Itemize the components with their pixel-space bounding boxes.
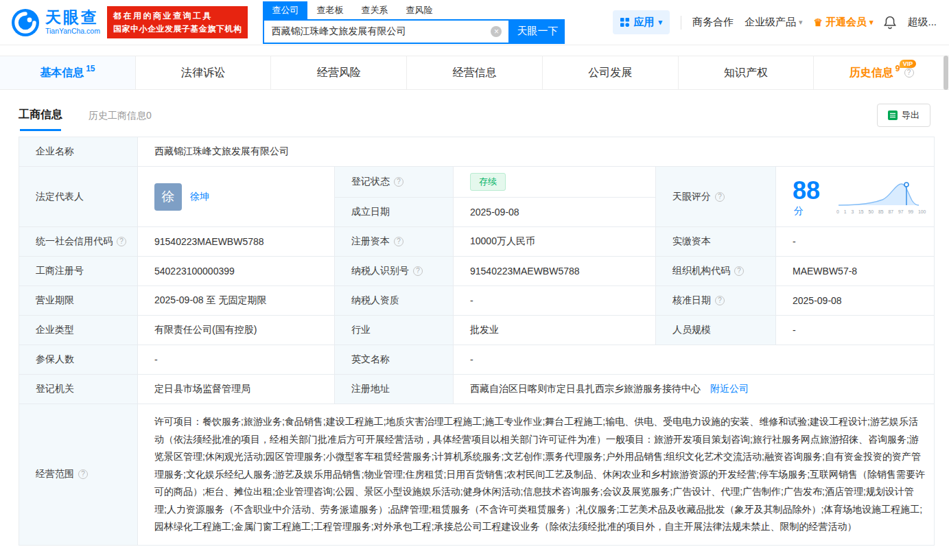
clear-search-icon[interactable]: × xyxy=(491,26,502,37)
value-registered-address: 西藏自治区日喀则市定日县扎西宗乡旅游服务接待中心 附近公司 xyxy=(454,375,935,404)
help-icon[interactable]: ? xyxy=(117,237,126,246)
score-number: 88分 xyxy=(793,176,828,218)
label-approval-date: 核准日期? xyxy=(656,286,776,316)
label-staff-size: 人员规模 xyxy=(656,316,776,345)
label-registration-authority: 登记机关 xyxy=(19,375,138,404)
tab-operating-risk[interactable]: 经营风险 xyxy=(271,56,407,89)
help-icon[interactable]: ? xyxy=(413,266,423,276)
value-industry: 批发业 xyxy=(454,316,656,345)
nav-super-member[interactable]: 超级... xyxy=(907,16,937,29)
avatar[interactable]: 徐 xyxy=(154,183,182,211)
search-tab-company[interactable]: 查公司 xyxy=(263,1,307,19)
nav-enterprise-products[interactable]: 企业级产品 ▾ xyxy=(745,16,803,29)
label-company-type: 企业类型 xyxy=(19,316,138,345)
brand-slogan: 都在用的商业查询工具 国家中小企业发展子基金旗下机构 xyxy=(107,6,248,38)
divider xyxy=(681,16,681,30)
business-info-table: 企业名称 西藏锦江珠峰文旅发展有限公司 法定代表人 徐 徐坤 登记状态? 存续 … xyxy=(19,137,935,546)
value-company-type: 有限责任公司(国有控股) xyxy=(138,316,335,345)
help-icon[interactable]: ? xyxy=(715,296,725,305)
tab-basic-info[interactable]: 基本信息 15 xyxy=(0,56,136,89)
table-row: 企业名称 西藏锦江珠峰文旅发展有限公司 xyxy=(19,137,935,167)
apps-menu-button[interactable]: 应用 ▾ xyxy=(613,10,670,34)
subtab-business-registration[interactable]: 工商信息 xyxy=(19,108,62,131)
value-business-term: 2025-09-08 至 无固定期限 xyxy=(138,286,335,316)
help-icon[interactable]: ? xyxy=(734,266,744,276)
search-area: 查公司 查老板 查关系 查风险 × 天眼一下 xyxy=(263,1,565,44)
table-row: 统一社会信用代码? 91540223MAEWBW5788 注册资本? 10000… xyxy=(19,227,935,257)
nav-business-cooperation[interactable]: 商务合作 xyxy=(692,16,734,29)
label-business-term: 营业期限 xyxy=(19,286,138,316)
help-icon[interactable]: ? xyxy=(78,469,88,479)
value-establish-date: 2025-09-08 xyxy=(454,198,656,227)
logo-eye-icon xyxy=(11,8,40,37)
label-paid-capital: 实缴资本 xyxy=(656,227,776,257)
value-taxpayer-quality: - xyxy=(454,286,656,316)
table-row: 参保人数 - 英文名称 - xyxy=(19,345,935,375)
help-icon[interactable]: ? xyxy=(394,237,403,246)
value-registered-capital: 10000万人民币 xyxy=(454,227,656,257)
top-header: 天眼查 TianYanCha.com 都在用的商业查询工具 国家中小企业发展子基… xyxy=(0,0,949,45)
tab-count: 15 xyxy=(86,64,95,73)
label-company-name: 企业名称 xyxy=(19,137,138,167)
help-icon[interactable]: ? xyxy=(904,68,914,78)
value-approval-date: 2025-09-08 xyxy=(776,286,935,316)
score-axis-ticks: 013155085879799100 xyxy=(836,209,926,214)
scrollbar-thumb[interactable] xyxy=(944,56,948,90)
notification-bell-icon[interactable] xyxy=(884,16,896,30)
label-insured-count: 参保人数 xyxy=(19,345,138,375)
search-tab-boss[interactable]: 查老板 xyxy=(307,1,352,19)
tab-intellectual-property[interactable]: 知识产权 xyxy=(679,56,815,89)
excel-export-icon xyxy=(888,110,898,120)
table-row: 营业期限 2025-09-08 至 无固定期限 纳税人资质 - 核准日期? 20… xyxy=(19,286,935,316)
search-button[interactable]: 天眼一下 xyxy=(510,19,565,44)
chevron-down-icon: ▾ xyxy=(869,18,874,27)
subtab-history-registration[interactable]: 历史工商信息0 xyxy=(89,110,152,131)
label-business-scope: 经营范围? xyxy=(19,404,138,546)
tab-count: 9 xyxy=(895,64,900,73)
label-tianyan-score: 天眼评分? xyxy=(656,167,776,227)
label-taxpayer-quality: 纳税人资质 xyxy=(335,286,454,316)
brand-name: 天眼查 xyxy=(45,9,100,26)
tianyancha-logo[interactable]: 天眼查 TianYanCha.com xyxy=(11,8,100,37)
label-english-name: 英文名称 xyxy=(335,345,454,375)
value-org-code: MAEWBW57-8 xyxy=(776,257,935,286)
label-taxpayer-id: 纳税人识别号? xyxy=(335,257,454,286)
value-paid-capital: - xyxy=(776,227,935,257)
label-org-code: 组织机构代码? xyxy=(656,257,776,286)
search-type-tabs: 查公司 查老板 查关系 查风险 xyxy=(263,1,565,19)
table-row: 法定代表人 徐 徐坤 登记状态? 存续 天眼评分? 88分 xyxy=(19,167,935,198)
value-english-name: - xyxy=(454,345,935,375)
label-registered-capital: 注册资本? xyxy=(335,227,454,257)
value-company-name: 西藏锦江珠峰文旅发展有限公司 xyxy=(138,137,935,167)
table-row: 经营范围? 许可项目：餐饮服务;旅游业务;食品销售;建设工程施工;地质灾害治理工… xyxy=(19,404,935,546)
chevron-down-icon: ▾ xyxy=(799,18,803,27)
value-staff-size: - xyxy=(776,316,935,345)
apps-grid-icon xyxy=(620,18,629,27)
value-registration-number: 540223100000399 xyxy=(138,257,335,286)
legal-representative-link[interactable]: 徐坤 xyxy=(190,191,209,203)
tab-company-development[interactable]: 公司发展 xyxy=(543,56,679,89)
label-credit-code: 统一社会信用代码? xyxy=(19,227,138,257)
help-icon[interactable]: ? xyxy=(715,192,725,202)
label-legal-representative: 法定代表人 xyxy=(19,167,138,227)
brand-domain: TianYanCha.com xyxy=(45,27,100,36)
value-taxpayer-id: 91540223MAEWBW5788 xyxy=(454,257,656,286)
export-button[interactable]: 导出 xyxy=(877,104,930,127)
value-business-scope: 许可项目：餐饮服务;旅游业务;食品销售;建设工程施工;地质灾害治理工程施工;施工… xyxy=(138,404,935,546)
chevron-down-icon: ▾ xyxy=(658,18,662,27)
tab-legal-litigation[interactable]: 法律诉讼 xyxy=(136,56,272,89)
value-tianyan-score: 88分 013155085879799100 xyxy=(776,167,935,227)
table-row: 工商注册号 540223100000399 纳税人识别号? 91540223MA… xyxy=(19,257,935,286)
search-input[interactable] xyxy=(271,26,491,37)
tab-operating-info[interactable]: 经营信息 xyxy=(407,56,543,89)
search-tab-relation[interactable]: 查关系 xyxy=(352,1,397,19)
nearby-companies-link[interactable]: 附近公司 xyxy=(710,383,749,394)
vip-badge: VIP xyxy=(900,60,917,68)
table-row: 企业类型 有限责任公司(国有控股) 行业 批发业 人员规模 - xyxy=(19,316,935,345)
nav-open-vip[interactable]: ♛ 开通会员 ▾ xyxy=(814,16,874,29)
value-legal-representative: 徐 徐坤 xyxy=(138,167,335,227)
search-tab-risk[interactable]: 查风险 xyxy=(397,1,441,19)
help-icon[interactable]: ? xyxy=(394,177,403,187)
value-credit-code: 91540223MAEWBW5788 xyxy=(138,227,335,257)
tab-history-info[interactable]: VIP 历史信息 9 ? xyxy=(814,56,949,89)
